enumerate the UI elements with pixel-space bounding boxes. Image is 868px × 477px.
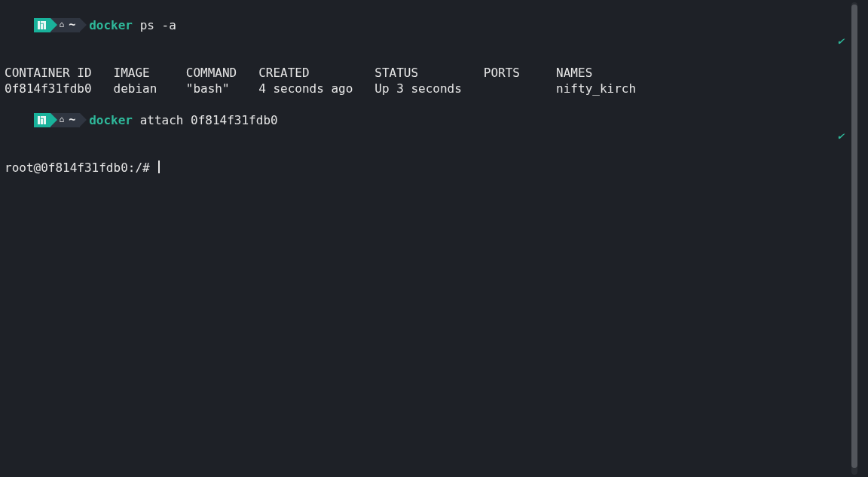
status-check-icon: ✔ (838, 128, 844, 144)
distro-logo-icon (34, 113, 50, 127)
terminal-window[interactable]: ⌂ ~ docker ps -a ✔ CONTAINER ID IMAGE CO… (0, 0, 859, 477)
svg-rect-1 (41, 24, 43, 29)
table-row: 0f814f31fdb0 debian "bash" 4 seconds ago… (5, 81, 854, 96)
cursor (158, 161, 160, 173)
svg-rect-7 (44, 116, 46, 124)
command-name: docker (89, 18, 133, 32)
manjaro-icon (38, 116, 46, 124)
svg-rect-5 (41, 119, 43, 124)
home-icon: ⌂ (60, 20, 65, 29)
container-shell-prompt[interactable]: root@0f814f31fdb0:/# (5, 160, 854, 176)
prompt-line-1: ⌂ ~ docker ps -a ✔ (5, 2, 854, 65)
distro-logo-icon (34, 18, 50, 32)
prompt-tilde: ~ (69, 112, 75, 128)
command-args: attach 0f814f31fdb0 (140, 113, 278, 127)
scrollbar-thumb[interactable] (851, 5, 857, 468)
prompt-line-2: ⌂ ~ docker attach 0f814f31fdb0 ✔ (5, 96, 854, 160)
table-header: CONTAINER ID IMAGE COMMAND CREATED STATU… (5, 65, 854, 81)
status-check-icon: ✔ (838, 33, 844, 49)
svg-rect-3 (44, 21, 46, 29)
svg-rect-4 (38, 116, 40, 124)
manjaro-icon (38, 21, 46, 29)
root-prompt-text: root@0f814f31fdb0:/# (5, 161, 157, 175)
command-args: ps -a (140, 18, 176, 32)
prompt-badge: ⌂ ~ (34, 18, 81, 32)
command-name: docker (89, 113, 133, 127)
prompt-tilde: ~ (69, 17, 75, 33)
svg-rect-0 (38, 21, 40, 29)
prompt-badge: ⌂ ~ (34, 113, 81, 127)
scrollbar[interactable] (851, 2, 857, 475)
home-icon: ⌂ (60, 115, 65, 124)
